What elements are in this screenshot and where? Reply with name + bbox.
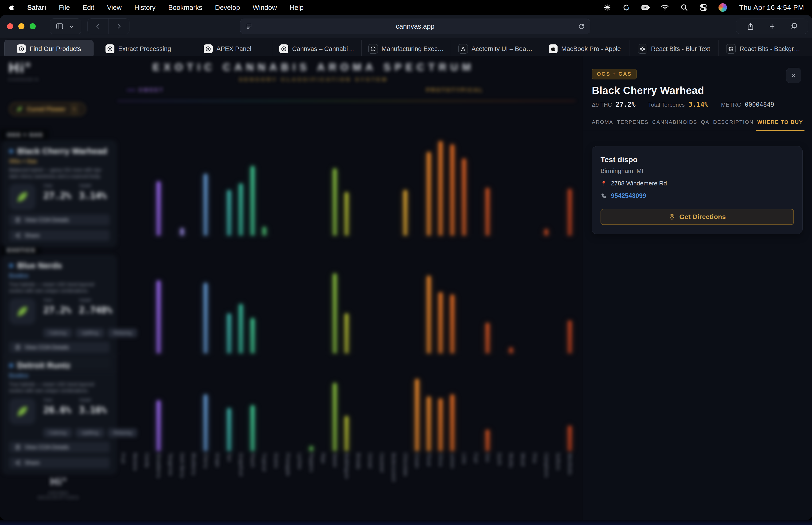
wifi-icon[interactable]: [661, 3, 669, 12]
axis-label: Cereal: [367, 453, 373, 468]
tab-overview-icon[interactable]: [790, 22, 798, 30]
document-icon: [15, 444, 21, 450]
product-bullet: [9, 363, 13, 368]
tag-chip: Calming: [44, 328, 72, 338]
reload-icon[interactable]: [578, 23, 585, 30]
tab-extract-processing[interactable]: Extract Processing: [93, 40, 183, 58]
share-button[interactable]: Share: [9, 230, 110, 241]
tab-where-to-buy[interactable]: WHERE TO BUY: [756, 115, 805, 131]
axis-label: Pine: [532, 453, 537, 463]
menu-item-bookmarks[interactable]: Bookmarks: [168, 4, 202, 12]
new-tab-icon[interactable]: [768, 22, 776, 30]
share-button[interactable]: Share: [9, 457, 110, 468]
navigation-buttons: [88, 18, 129, 34]
close-panel-button[interactable]: [786, 68, 801, 83]
leaf-icon: [15, 404, 30, 419]
menu-item-window[interactable]: Window: [252, 4, 277, 12]
view-coa-button[interactable]: View COA Details: [9, 214, 110, 226]
back-button[interactable]: [88, 18, 108, 34]
tab-label: Cannvas – Cannabi…: [292, 45, 354, 52]
axis-label: Strawberry: [156, 453, 162, 478]
sync-icon[interactable]: [622, 3, 631, 12]
tab-description[interactable]: DESCRIPTION: [712, 115, 755, 131]
menu-item-safari[interactable]: Safari: [27, 4, 46, 12]
battery-icon[interactable]: [641, 3, 650, 12]
tab-aceternity-ui[interactable]: Aceternity UI – Bea…: [451, 40, 540, 58]
tab-cannvas[interactable]: Cannvas – Cannabi…: [272, 40, 361, 58]
share-icon[interactable]: [747, 22, 754, 30]
forward-button[interactable]: [108, 18, 129, 34]
share-nodes-icon: [15, 460, 21, 466]
product-name: Black Cherry Warhead: [17, 146, 107, 156]
axis-label: Chocolate: [403, 453, 408, 476]
aceternity-favicon: [458, 44, 468, 54]
dispensary-phone-link[interactable]: 9542543099: [611, 192, 646, 199]
aroma-spectrum-page-blurred: Hi° CANNABIS EXOTIC CANNABIS AROMA SPECT…: [0, 56, 583, 520]
product-thumbnail: [9, 184, 35, 210]
aroma-bar: [333, 273, 337, 353]
view-coa-button[interactable]: View COA Details: [9, 441, 110, 453]
control-center-icon[interactable]: [699, 3, 708, 12]
sidebar-toggle-button[interactable]: [50, 18, 81, 34]
get-directions-button[interactable]: Get Directions: [600, 209, 794, 225]
aroma-bar: [415, 379, 419, 451]
tab-macbook-pro-apple[interactable]: MacBook Pro - Apple: [540, 40, 629, 58]
axis-label: Bubblegum: [344, 453, 349, 479]
menu-item-view[interactable]: View: [107, 4, 121, 12]
tab-qa[interactable]: QA: [700, 115, 711, 131]
menu-item-file[interactable]: File: [59, 4, 70, 12]
menu-bar-clock[interactable]: Thu Apr 16 4:54 PM: [739, 3, 804, 12]
view-coa-button[interactable]: View COA Details: [9, 342, 110, 353]
address-bar[interactable]: cannvas.app: [240, 18, 590, 34]
menu-item-help[interactable]: Help: [290, 4, 304, 12]
product-card-black-cherry-warhead[interactable]: Black Cherry Warhead OGs + Gas Balanced …: [2, 140, 117, 247]
tab-label: Find Our Products: [30, 45, 81, 52]
axis-label: Citrus: [438, 453, 443, 467]
tab-find-our-products[interactable]: Find Our Products: [4, 40, 93, 58]
minimize-window-button[interactable]: [18, 23, 25, 29]
aroma-bar: [427, 152, 431, 236]
pin-icon: [600, 180, 607, 187]
aroma-axis-labels: FruitBananaCandyStrawberryTangerineDark …: [118, 453, 576, 502]
siri-icon[interactable]: [719, 3, 727, 12]
tab-apex-panel[interactable]: APEX Panel: [183, 40, 272, 58]
apple-menu-icon[interactable]: [8, 4, 15, 11]
reader-icon[interactable]: [246, 23, 252, 30]
desktop: Safari File Edit View History Bookmarks …: [0, 0, 812, 525]
aroma-bar: [509, 347, 513, 353]
site-logo: Hi° CANNABIS: [9, 59, 40, 81]
leaf-icon: [16, 106, 23, 112]
axis-label: Fruit: [121, 453, 126, 464]
cured-flower-filter[interactable]: Cured Flower 5: [10, 103, 86, 115]
menu-item-history[interactable]: History: [134, 4, 155, 12]
url-text: cannvas.app: [252, 22, 578, 30]
dispensary-address: 2788 Windemere Rd: [611, 180, 667, 187]
product-description: True hybrids — newer USC-bred layered ex…: [9, 281, 104, 294]
aroma-bar: [462, 159, 466, 236]
menu-item-develop[interactable]: Develop: [215, 4, 240, 12]
axis-label: Butterscotch: [391, 453, 396, 482]
keyboard-brightness-icon[interactable]: [603, 3, 611, 12]
aroma-bar: [157, 400, 161, 451]
tab-manufacturing-exec[interactable]: Manufacturing Exec…: [361, 40, 451, 58]
aroma-bar: [180, 228, 184, 236]
zoom-window-button[interactable]: [30, 23, 36, 29]
tab-aroma[interactable]: AROMA: [591, 115, 615, 131]
search-icon[interactable]: [680, 3, 688, 12]
tag-chip: Uplifting: [76, 328, 104, 338]
menu-item-edit[interactable]: Edit: [82, 4, 94, 12]
axis-label: Banana: [133, 453, 138, 471]
close-window-button[interactable]: [7, 23, 13, 29]
tab-cannabinoids[interactable]: CANNABINOIDS: [651, 115, 699, 131]
tab-react-bits-blur-text[interactable]: React Bits - Blur Text: [629, 40, 719, 58]
product-card-detroit-runtz[interactable]: Detroit Runtz Exotics True hybrids — new…: [2, 355, 117, 474]
filter-label: Cured Flower: [27, 106, 66, 113]
close-icon: [791, 73, 796, 78]
dispensary-phone-row: 9542543099: [600, 192, 794, 199]
footer-logo: Hi° AROMA DESCRIPTORS: [28, 475, 89, 500]
aroma-bar: [251, 318, 255, 353]
tab-react-bits-background[interactable]: React Bits - Backgr…: [719, 40, 808, 58]
aroma-bar: [309, 446, 313, 451]
tab-terpenes[interactable]: TERPENES: [616, 115, 650, 131]
aroma-bar: [450, 144, 455, 236]
